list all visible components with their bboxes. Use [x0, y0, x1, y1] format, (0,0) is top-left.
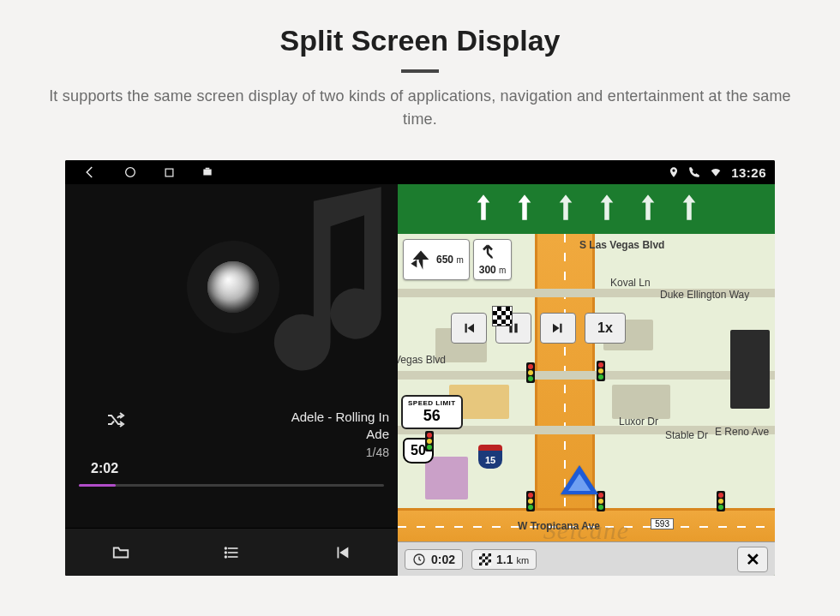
vehicle-cursor-icon [561, 465, 598, 494]
building [425, 457, 468, 499]
close-button[interactable]: ✕ [737, 547, 768, 572]
location-icon [668, 166, 680, 178]
svg-point-9 [225, 556, 226, 558]
progress-bar[interactable] [79, 484, 384, 487]
speed-limit-label: SPEED LIMIT [408, 399, 456, 407]
title-rule [401, 69, 439, 73]
joystick-control[interactable] [207, 261, 259, 313]
playlist-button[interactable] [217, 538, 246, 567]
svg-rect-11 [514, 324, 517, 333]
map-canvas[interactable]: S Las Vegas Blvd Koval Ln Duke Ellington… [398, 234, 775, 541]
lane-arrow-3 [556, 193, 575, 225]
svg-rect-2 [203, 170, 211, 176]
svg-point-8 [225, 552, 226, 553]
traffic-light-icon [526, 362, 537, 383]
previous-button[interactable] [327, 538, 357, 567]
street-label-duke: Duke Ellington Way [660, 289, 749, 301]
nav-bottom-bar: 0:02 1.1 km ✕ [398, 541, 775, 576]
phone-icon [688, 166, 700, 178]
lane-arrow-5 [639, 193, 657, 225]
turn-distance-unit: m [456, 255, 463, 265]
lane-guidance [398, 184, 775, 234]
street-label-bottom: W Tropicana Ave [518, 520, 600, 532]
recents-icon[interactable] [163, 166, 176, 179]
street-label-vegas: Vegas Blvd [398, 354, 446, 366]
nav-pane: S Las Vegas Blvd Koval Ln Duke Ellington… [398, 184, 775, 576]
lane-arrow-1 [474, 193, 493, 225]
alt-distance: 300 [479, 264, 496, 276]
traffic-light-icon [526, 491, 537, 511]
back-icon[interactable] [82, 164, 98, 180]
track-artist: Ade [291, 426, 389, 443]
home-icon[interactable] [123, 165, 137, 179]
page-subtitle: It supports the same screen display of t… [34, 85, 806, 131]
exit-number: 593 [651, 518, 674, 529]
progress-fill [79, 484, 116, 487]
street-label-east: E Reno Ave [715, 426, 769, 438]
route-next-button[interactable] [540, 313, 576, 344]
wifi-icon [709, 166, 723, 178]
building [730, 330, 770, 409]
alt-distance-unit: m [499, 266, 506, 275]
road-main-vertical [535, 234, 595, 541]
traffic-light-icon [597, 361, 607, 381]
route-playback-controls: 1x [451, 313, 626, 344]
traffic-light-icon [717, 491, 727, 511]
distance-unit: km [516, 555, 529, 565]
svg-point-7 [225, 547, 226, 549]
system-bar: 13:26 [65, 160, 775, 184]
street-label-luxor: Luxor Dr [619, 416, 658, 428]
folder-button[interactable] [106, 538, 135, 567]
lane-arrow-4 [597, 193, 616, 225]
turn-distance: 650 [436, 254, 453, 266]
eta-value: 0:02 [431, 553, 455, 566]
track-index: 1/48 [291, 445, 389, 461]
distance-value: 1.1 [496, 553, 513, 566]
checkered-flag-icon [492, 306, 513, 326]
road-minor-2 [398, 371, 775, 380]
device-frame: 13:26 Adele - Rolling In Ade 1/48 2:02 [65, 160, 775, 576]
page-title: Split Screen Display [34, 24, 806, 57]
screenshot-icon[interactable] [201, 166, 213, 178]
flag-icon [479, 553, 491, 565]
lane-arrow-6 [680, 193, 699, 225]
music-pane: Adele - Rolling In Ade 1/48 2:02 [65, 184, 398, 576]
street-label-top: S Las Vegas Blvd [579, 239, 664, 251]
street-label-koval: Koval Ln [610, 277, 651, 289]
distance-pill[interactable]: 1.1 km [471, 549, 537, 570]
traffic-light-icon [425, 431, 435, 452]
speed-limit-value: 56 [408, 407, 456, 425]
turn-instruction: 650 m 300 m [403, 239, 512, 280]
street-label-stable: Stable Dr [665, 429, 708, 441]
shuffle-icon[interactable] [103, 410, 129, 434]
music-note-icon [252, 184, 398, 381]
lane-arrow-2 [515, 193, 534, 225]
svg-rect-3 [206, 168, 210, 170]
svg-rect-1 [165, 169, 173, 176]
elapsed-time: 2:02 [91, 461, 118, 476]
speed-limit-sign: SPEED LIMIT 56 [401, 395, 463, 429]
building [612, 385, 670, 419]
route-speed-button[interactable]: 1x [585, 313, 626, 344]
track-title: Adele - Rolling In [291, 409, 389, 426]
route-prev-button[interactable] [451, 313, 487, 344]
clock: 13:26 [731, 165, 766, 180]
interstate-shield: 15 [478, 445, 502, 469]
eta-pill[interactable]: 0:02 [405, 549, 463, 570]
svg-point-0 [126, 168, 135, 177]
music-bottom-bar [65, 528, 398, 576]
